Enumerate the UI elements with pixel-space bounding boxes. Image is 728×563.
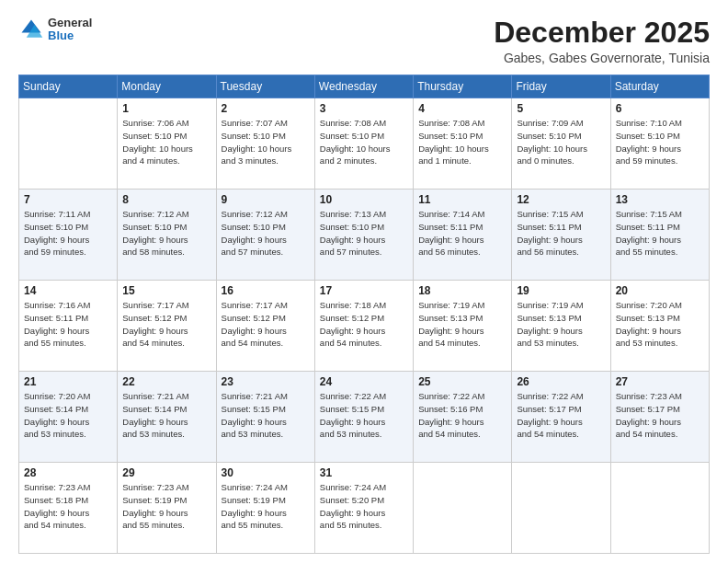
calendar-day-cell: 10Sunrise: 7:13 AMSunset: 5:10 PMDayligh…: [314, 190, 413, 281]
day-info: Sunrise: 7:22 AMSunset: 5:17 PMDaylight:…: [517, 390, 605, 441]
calendar-header-cell: Tuesday: [216, 75, 314, 98]
logo-text: General Blue: [48, 17, 92, 43]
day-info: Sunrise: 7:11 AMSunset: 5:10 PMDaylight:…: [24, 208, 112, 259]
day-number: 31: [320, 466, 408, 479]
main-title: December 2025: [494, 17, 710, 49]
day-info: Sunrise: 7:23 AMSunset: 5:18 PMDaylight:…: [24, 481, 112, 532]
day-info: Sunrise: 7:24 AMSunset: 5:19 PMDaylight:…: [222, 481, 310, 532]
day-number: 13: [616, 193, 704, 206]
calendar-day-cell: 30Sunrise: 7:24 AMSunset: 5:19 PMDayligh…: [216, 463, 314, 554]
calendar-day-cell: 3Sunrise: 7:08 AMSunset: 5:10 PMDaylight…: [314, 98, 413, 190]
day-info: Sunrise: 7:22 AMSunset: 5:15 PMDaylight:…: [320, 390, 408, 441]
day-number: 29: [122, 466, 210, 479]
title-block: December 2025 Gabes, Gabes Governorate, …: [494, 17, 710, 65]
day-number: 23: [222, 375, 310, 388]
calendar-day-cell: 15Sunrise: 7:17 AMSunset: 5:12 PMDayligh…: [118, 281, 216, 372]
day-number: 25: [418, 375, 506, 388]
calendar-day-cell: 31Sunrise: 7:24 AMSunset: 5:20 PMDayligh…: [314, 463, 413, 554]
calendar-header-cell: Sunday: [19, 75, 118, 98]
calendar-day-cell: 16Sunrise: 7:17 AMSunset: 5:12 PMDayligh…: [216, 281, 314, 372]
day-number: 1: [122, 102, 210, 115]
calendar-day-cell: 1Sunrise: 7:06 AMSunset: 5:10 PMDaylight…: [118, 98, 216, 190]
day-number: 10: [320, 193, 408, 206]
day-info: Sunrise: 7:12 AMSunset: 5:10 PMDaylight:…: [222, 208, 310, 259]
calendar-day-cell: 23Sunrise: 7:21 AMSunset: 5:15 PMDayligh…: [216, 372, 314, 463]
calendar-day-cell: 7Sunrise: 7:11 AMSunset: 5:10 PMDaylight…: [19, 190, 118, 281]
day-number: 30: [222, 466, 310, 479]
day-number: 19: [517, 284, 605, 297]
day-info: Sunrise: 7:23 AMSunset: 5:17 PMDaylight:…: [616, 390, 704, 441]
day-number: 16: [222, 284, 310, 297]
day-info: Sunrise: 7:20 AMSunset: 5:13 PMDaylight:…: [616, 299, 704, 350]
logo-general-label: General: [48, 17, 92, 29]
calendar-header-cell: Friday: [512, 75, 610, 98]
calendar-day-cell: 19Sunrise: 7:19 AMSunset: 5:13 PMDayligh…: [512, 281, 610, 372]
day-info: Sunrise: 7:20 AMSunset: 5:14 PMDaylight:…: [24, 390, 112, 441]
calendar-week-row: 28Sunrise: 7:23 AMSunset: 5:18 PMDayligh…: [19, 463, 710, 554]
logo-icon: [18, 17, 44, 42]
day-info: Sunrise: 7:15 AMSunset: 5:11 PMDaylight:…: [616, 208, 704, 259]
day-number: 8: [122, 193, 210, 206]
day-number: 28: [24, 466, 112, 479]
page: General Blue December 2025 Gabes, Gabes …: [0, 0, 728, 563]
day-info: Sunrise: 7:09 AMSunset: 5:10 PMDaylight:…: [517, 117, 605, 167]
day-info: Sunrise: 7:08 AMSunset: 5:10 PMDaylight:…: [320, 117, 408, 167]
calendar-week-row: 7Sunrise: 7:11 AMSunset: 5:10 PMDaylight…: [19, 190, 710, 281]
calendar-day-cell: [610, 463, 709, 554]
calendar-day-cell: 6Sunrise: 7:10 AMSunset: 5:10 PMDaylight…: [610, 98, 709, 190]
calendar-day-cell: 25Sunrise: 7:22 AMSunset: 5:16 PMDayligh…: [414, 372, 512, 463]
calendar-day-cell: 17Sunrise: 7:18 AMSunset: 5:12 PMDayligh…: [314, 281, 413, 372]
calendar-header-cell: Wednesday: [314, 75, 413, 98]
calendar-day-cell: 12Sunrise: 7:15 AMSunset: 5:11 PMDayligh…: [512, 190, 610, 281]
calendar-day-cell: 11Sunrise: 7:14 AMSunset: 5:11 PMDayligh…: [414, 190, 512, 281]
calendar-day-cell: 2Sunrise: 7:07 AMSunset: 5:10 PMDaylight…: [216, 98, 314, 190]
calendar-day-cell: [19, 98, 118, 190]
calendar-header-row: SundayMondayTuesdayWednesdayThursdayFrid…: [19, 75, 710, 98]
day-number: 14: [24, 284, 112, 297]
day-info: Sunrise: 7:10 AMSunset: 5:10 PMDaylight:…: [616, 117, 704, 167]
calendar-header-cell: Saturday: [610, 75, 709, 98]
calendar-day-cell: 18Sunrise: 7:19 AMSunset: 5:13 PMDayligh…: [414, 281, 512, 372]
day-info: Sunrise: 7:13 AMSunset: 5:10 PMDaylight:…: [320, 208, 408, 259]
day-number: 4: [418, 102, 506, 115]
logo-blue-label: Blue: [48, 29, 92, 42]
calendar-day-cell: 4Sunrise: 7:08 AMSunset: 5:10 PMDaylight…: [414, 98, 512, 190]
calendar-day-cell: 27Sunrise: 7:23 AMSunset: 5:17 PMDayligh…: [610, 372, 709, 463]
day-number: 17: [320, 284, 408, 297]
day-number: 24: [320, 375, 408, 388]
calendar-week-row: 14Sunrise: 7:16 AMSunset: 5:11 PMDayligh…: [19, 281, 710, 372]
day-number: 11: [418, 193, 506, 206]
calendar-day-cell: [414, 463, 512, 554]
calendar-day-cell: 21Sunrise: 7:20 AMSunset: 5:14 PMDayligh…: [19, 372, 118, 463]
day-info: Sunrise: 7:08 AMSunset: 5:10 PMDaylight:…: [418, 117, 506, 167]
calendar-day-cell: 8Sunrise: 7:12 AMSunset: 5:10 PMDaylight…: [118, 190, 216, 281]
header: General Blue December 2025 Gabes, Gabes …: [18, 17, 710, 65]
calendar-table: SundayMondayTuesdayWednesdayThursdayFrid…: [18, 75, 710, 554]
day-number: 18: [418, 284, 506, 297]
day-info: Sunrise: 7:18 AMSunset: 5:12 PMDaylight:…: [320, 299, 408, 350]
calendar-header-cell: Monday: [118, 75, 216, 98]
day-info: Sunrise: 7:06 AMSunset: 5:10 PMDaylight:…: [122, 117, 210, 167]
day-info: Sunrise: 7:12 AMSunset: 5:10 PMDaylight:…: [122, 208, 210, 259]
calendar-day-cell: [512, 463, 610, 554]
day-number: 2: [222, 102, 310, 115]
calendar-day-cell: 28Sunrise: 7:23 AMSunset: 5:18 PMDayligh…: [19, 463, 118, 554]
calendar-day-cell: 9Sunrise: 7:12 AMSunset: 5:10 PMDaylight…: [216, 190, 314, 281]
day-number: 15: [122, 284, 210, 297]
calendar-week-row: 1Sunrise: 7:06 AMSunset: 5:10 PMDaylight…: [19, 98, 710, 190]
calendar-day-cell: 20Sunrise: 7:20 AMSunset: 5:13 PMDayligh…: [610, 281, 709, 372]
calendar-day-cell: 14Sunrise: 7:16 AMSunset: 5:11 PMDayligh…: [19, 281, 118, 372]
day-info: Sunrise: 7:23 AMSunset: 5:19 PMDaylight:…: [122, 481, 210, 532]
day-info: Sunrise: 7:19 AMSunset: 5:13 PMDaylight:…: [517, 299, 605, 350]
day-info: Sunrise: 7:21 AMSunset: 5:14 PMDaylight:…: [122, 390, 210, 441]
day-info: Sunrise: 7:21 AMSunset: 5:15 PMDaylight:…: [222, 390, 310, 441]
calendar-day-cell: 24Sunrise: 7:22 AMSunset: 5:15 PMDayligh…: [314, 372, 413, 463]
day-number: 21: [24, 375, 112, 388]
calendar-day-cell: 5Sunrise: 7:09 AMSunset: 5:10 PMDaylight…: [512, 98, 610, 190]
calendar-day-cell: 29Sunrise: 7:23 AMSunset: 5:19 PMDayligh…: [118, 463, 216, 554]
day-number: 20: [616, 284, 704, 297]
day-info: Sunrise: 7:15 AMSunset: 5:11 PMDaylight:…: [517, 208, 605, 259]
day-number: 27: [616, 375, 704, 388]
day-number: 3: [320, 102, 408, 115]
day-number: 6: [616, 102, 704, 115]
